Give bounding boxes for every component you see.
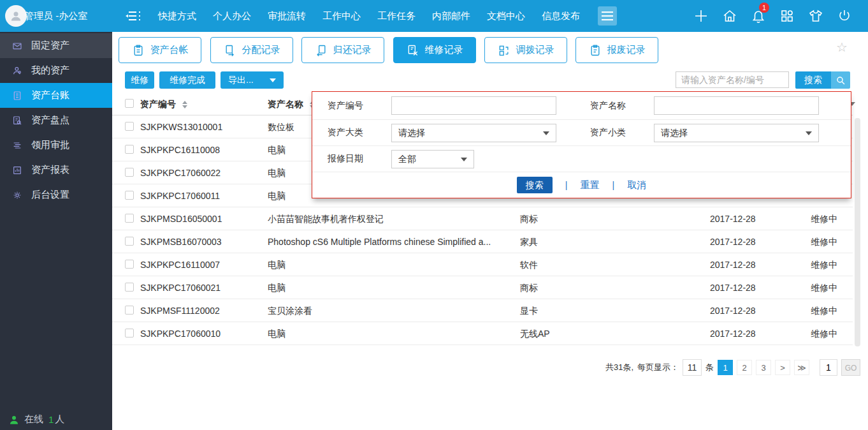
pagination: 共31条, 每页显示： 条 1 2 3 > ≫ GO: [605, 359, 860, 376]
table-row[interactable]: SJKPMSF11120002 宝贝涂涂看 显卡 2017-12-28 维修中: [112, 299, 853, 322]
sidebar-item-asset-ledger[interactable]: 资产台账: [0, 83, 112, 108]
export-button[interactable]: 导出...: [221, 71, 284, 89]
asset-search-input[interactable]: [676, 71, 789, 88]
row-checkbox[interactable]: [125, 168, 134, 177]
row-checkbox[interactable]: [125, 237, 134, 246]
cell-asset-code: SJKPKWS13010001: [140, 115, 222, 138]
favorite-star-icon[interactable]: ☆: [836, 40, 848, 55]
tab-scrap-records[interactable]: 报废记录: [575, 37, 658, 63]
nav-work-center[interactable]: 工作中心: [322, 10, 361, 22]
asset-code-input[interactable]: [391, 96, 556, 115]
goto-page-input[interactable]: [820, 359, 837, 376]
page-button-1[interactable]: 1: [718, 360, 733, 375]
nav-shortcuts[interactable]: 快捷方式: [158, 10, 196, 22]
repair-done-button[interactable]: 维修完成: [159, 71, 215, 89]
category-select[interactable]: 请选择: [391, 124, 556, 142]
table-row[interactable]: SJKPKPC17060010 电脑 无线AP 2017-12-28 维修中: [112, 322, 853, 345]
page-button-2[interactable]: 2: [737, 360, 752, 375]
shirt-icon[interactable]: [808, 8, 823, 24]
tab-allocation-records[interactable]: 分配记录: [210, 37, 293, 63]
nav-document-center[interactable]: 文档中心: [487, 10, 525, 22]
sidebar-item-label: 资产盘点: [31, 114, 69, 126]
header-asset-code[interactable]: 资产编号: [140, 99, 176, 109]
search-button[interactable]: 搜索: [795, 71, 831, 89]
tab-transfer-records[interactable]: 调拨记录: [484, 37, 567, 63]
row-checkbox[interactable]: [125, 145, 134, 154]
table-scrollbar[interactable]: [855, 118, 860, 346]
subcategory-select[interactable]: 请选择: [654, 124, 819, 142]
filter-row-1: 资产编号 资产名称: [312, 92, 851, 120]
sidebar-item-label: 资产报表: [31, 164, 69, 176]
hamburger-menu-icon[interactable]: [598, 6, 617, 26]
nav-personal-office[interactable]: 个人办公: [213, 10, 251, 22]
sidebar-item-backend-settings[interactable]: 后台设置: [0, 182, 112, 207]
row-checkbox[interactable]: [125, 122, 134, 131]
clipboard-icon: [132, 44, 145, 57]
select-all-checkbox[interactable]: [125, 99, 134, 108]
row-checkbox[interactable]: [125, 260, 134, 269]
layers-icon: [12, 140, 22, 151]
table-row[interactable]: SJKPMSB16070003 Photoshop cS6 Multiple P…: [112, 230, 853, 253]
power-icon[interactable]: [837, 8, 852, 24]
row-checkbox[interactable]: [125, 306, 134, 315]
home-icon[interactable]: [722, 8, 737, 24]
cell-date: 2017-12-28: [710, 322, 756, 345]
nav-approval-flow[interactable]: 审批流转: [268, 10, 306, 22]
online-unit: 人: [55, 413, 64, 426]
plus-icon[interactable]: [693, 8, 709, 24]
page-button-3[interactable]: 3: [756, 360, 771, 375]
per-page-label: 每页显示：: [637, 362, 679, 373]
nav-internal-mail[interactable]: 内部邮件: [432, 10, 470, 22]
tab-return-records[interactable]: 归还记录: [301, 37, 384, 63]
filter-search-button[interactable]: 搜索: [517, 177, 553, 193]
sort-icon[interactable]: [182, 101, 187, 108]
table-row[interactable]: SJKPMSD16050001 小苗苗智能故事机著作权登记 商标 2017-12…: [112, 207, 853, 230]
nav-info-publish[interactable]: 信息发布: [542, 10, 580, 22]
filter-actions: 搜索 | 重置 | 取消: [312, 172, 851, 198]
category-label: 资产大类: [328, 120, 363, 145]
cell-date: 2017-12-28: [710, 253, 756, 276]
search-magnifier-button[interactable]: [831, 71, 850, 89]
tab-asset-ledger[interactable]: 资产台帐: [119, 37, 201, 63]
sidebar-item-my-assets[interactable]: 我的资产: [0, 58, 112, 83]
repair-button[interactable]: 维修: [125, 71, 154, 89]
row-checkbox[interactable]: [125, 191, 134, 200]
filter-panel: 资产编号 资产名称 资产大类 请选择 资产小类 请选择 报修日期 全部: [312, 91, 851, 198]
subcategory-select-value: 请选择: [661, 128, 688, 138]
chevron-down-icon: [806, 131, 812, 135]
cell-asset-name: 宝贝涂涂看: [268, 299, 312, 322]
user-box[interactable]: 管理员 -办公室: [0, 0, 112, 32]
table-row[interactable]: SJKPKPC17060021 电脑 商标 2017-12-28 维修中: [112, 276, 853, 299]
sidebar-item-asset-inventory[interactable]: 资产盘点: [0, 108, 112, 133]
user-icon: [10, 10, 22, 22]
go-button[interactable]: GO: [841, 359, 860, 376]
nav-work-tasks[interactable]: 工作任务: [377, 10, 416, 22]
document-search-icon: [12, 115, 22, 126]
asset-name-input[interactable]: [654, 96, 819, 115]
row-checkbox[interactable]: [125, 329, 134, 337]
cell-status: 维修中: [811, 276, 837, 299]
filter-reset-button[interactable]: 重置: [581, 179, 600, 191]
filter-cancel-button[interactable]: 取消: [627, 179, 646, 191]
avatar[interactable]: [5, 5, 27, 27]
header-asset-name[interactable]: 资产名称: [268, 99, 303, 109]
sidebar-item-asset-reports[interactable]: 资产报表: [0, 158, 112, 182]
next-page-button[interactable]: >: [775, 360, 790, 375]
per-page-input[interactable]: [683, 359, 702, 376]
collapse-menu-icon[interactable]: [125, 8, 141, 24]
cell-date: 2017-12-28: [710, 207, 756, 230]
online-status: 在线 1 人: [9, 413, 64, 426]
tab-repair-records[interactable]: 维修记录: [393, 37, 476, 63]
cell-date: 2017-12-28: [710, 299, 756, 322]
repair-date-select[interactable]: 全部: [391, 150, 474, 168]
table-row[interactable]: SJKPKPC16110007 电脑 软件 2017-12-28 维修中: [112, 253, 853, 276]
apps-grid-icon[interactable]: [779, 8, 795, 24]
last-page-button[interactable]: ≫: [794, 360, 809, 375]
cell-status: 维修中: [811, 322, 837, 345]
sidebar-item-fixed-assets[interactable]: 固定资产: [0, 33, 112, 58]
row-checkbox[interactable]: [125, 214, 134, 223]
cell-category: 家具: [520, 230, 538, 253]
sidebar-item-requisition-approval[interactable]: 领用审批: [0, 133, 112, 158]
row-checkbox[interactable]: [125, 283, 134, 292]
cell-status: 维修中: [811, 207, 837, 230]
